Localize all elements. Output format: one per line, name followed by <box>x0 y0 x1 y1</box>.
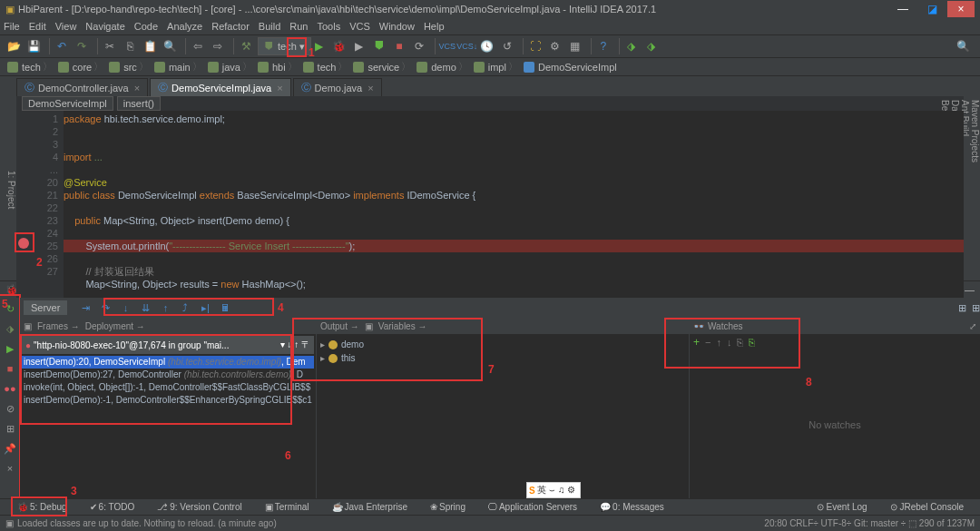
debug-side-controls[interactable]: ↻ ⬗ ▶ ■ ●● ⊘ ⊞ 📌 × <box>0 298 20 498</box>
left-tool-strip[interactable]: 1: Project7: Structure <box>0 96 16 280</box>
vcs-update-icon[interactable]: VCS↓ <box>459 38 475 54</box>
breadcrumb-class[interactable]: DemoServiceImpl <box>22 96 113 111</box>
tool-1: Project[interactable]: 1: Project <box>6 171 16 209</box>
editor-breadcrumb[interactable]: DemoServiceImpl insert() <box>16 96 964 111</box>
update-icon[interactable]: ⟳ <box>411 38 427 54</box>
crumb-class[interactable]: DemoServiceImpl <box>522 62 617 73</box>
watches-hide-icon[interactable]: ⤢ <box>969 321 976 331</box>
settings-icon[interactable]: ⊞ <box>972 302 980 314</box>
menu-code[interactable]: Code <box>134 21 158 32</box>
bottom-tab-Terminal[interactable]: ▣ Terminal <box>253 502 309 512</box>
sdk-icon[interactable]: ▦ <box>567 38 583 54</box>
annotation-8: 8 <box>806 376 812 388</box>
menu-view[interactable]: View <box>55 21 77 32</box>
crumb-main[interactable]: main〉 <box>152 60 204 74</box>
maximize-button[interactable]: ◪ <box>918 1 946 17</box>
paste-icon[interactable]: 📋 <box>142 38 158 54</box>
crumb-service[interactable]: service〉 <box>351 60 413 74</box>
tool-Maven Projects[interactable]: Maven Projects <box>970 100 980 253</box>
jrebel2-icon[interactable]: ⬗ <box>643 38 660 54</box>
back-icon[interactable]: ⇦ <box>190 38 206 54</box>
menu-file[interactable]: File <box>4 21 20 32</box>
menu-navigate[interactable]: Navigate <box>85 21 124 32</box>
vcs-history-icon[interactable]: 🕓 <box>479 38 495 54</box>
copy-icon[interactable]: ⎘ <box>122 38 138 54</box>
menu-run[interactable]: Run <box>289 21 308 32</box>
restore-layout-icon[interactable]: ⊞ <box>958 302 966 314</box>
redo-icon[interactable]: ↷ <box>74 38 90 54</box>
menu-edit[interactable]: Edit <box>29 21 46 32</box>
build-icon[interactable]: ⚒ <box>238 38 254 54</box>
status-right: 20:80 CRLF÷ UTF-8÷ Git: master ÷ ⬚ 290 o… <box>764 518 975 528</box>
vcs-icon[interactable]: VCS <box>439 38 456 54</box>
structure-icon[interactable]: ⛶ <box>527 38 544 54</box>
crumb-hbi[interactable]: hbi〉 <box>256 60 299 74</box>
bottom-tab-0: Messages[interactable]: 💬 0: Messages <box>588 502 664 512</box>
bottom-tab-Java Enterprise[interactable]: ☕ Java Enterprise <box>320 502 407 512</box>
stop-icon[interactable]: ■ <box>391 38 407 54</box>
editor-tabs[interactable]: ⒸDemoController.java ×ⒸDemoServiceImpl.j… <box>0 76 980 96</box>
find-icon[interactable]: 🔍 <box>162 38 178 54</box>
cut-icon[interactable]: ✂ <box>102 38 118 54</box>
ime-toolbar[interactable]: S 英 ⌣ ♫ ⚙ <box>526 482 581 498</box>
bottom-tab-6: TODO[interactable]: ✔ 6: TODO <box>78 502 135 512</box>
save-icon[interactable]: 💾 <box>25 38 42 54</box>
bottom-tab-Application Servers[interactable]: 🖵 Application Servers <box>476 502 577 512</box>
tab-DemoController.java[interactable]: ⒸDemoController.java × <box>16 78 148 96</box>
vcs-revert-icon[interactable]: ↺ <box>499 38 515 54</box>
bottom-tab-9: Version Control[interactable]: ⎇ 9: Version Control <box>145 502 242 512</box>
menu-bar[interactable]: FileEditViewNavigateCodeAnalyzeRefactorB… <box>0 18 980 34</box>
menu-window[interactable]: Window <box>379 21 415 32</box>
help-icon[interactable]: ? <box>595 38 612 54</box>
crumb-core[interactable]: core〉 <box>56 60 105 74</box>
breadcrumb-method[interactable]: insert() <box>117 96 161 111</box>
crumb-impl[interactable]: impl〉 <box>472 60 520 74</box>
open-icon[interactable]: 📂 <box>5 38 22 54</box>
tab-DemoServiceImpl.java[interactable]: ⒸDemoServiceImpl.java × <box>150 78 290 96</box>
minimize-button[interactable]: — <box>889 1 916 17</box>
menu-refactor[interactable]: Refactor <box>211 21 250 32</box>
bottom-tab-Event Log[interactable]: ⊙ Event Log <box>805 502 867 512</box>
settings-icon[interactable]: ⚙ <box>547 38 564 54</box>
status-message: Loaded classes are up to date. Nothing t… <box>17 518 277 528</box>
bottom-tool-tabs[interactable]: 3 🐞 5: Debug✔ 6: TODO⎇ 9: Version Contro… <box>0 498 980 515</box>
window-title: HbiParent - [D:\repo-hand\repo-tech\tech… <box>18 4 656 15</box>
crumb-tech[interactable]: tech〉 <box>5 60 54 74</box>
debug-tabs[interactable]: Server ⇥ ↷ ↓ ⇊ ↑ ⤴ ▸| 🖩 4 ⊞ ⊞ <box>20 298 980 318</box>
crumb-demo[interactable]: demo〉 <box>415 60 470 74</box>
right-tool-strip[interactable]: Maven ProjectsAnt BuildDatabaseBean Vali… <box>964 96 980 280</box>
main-toolbar[interactable]: 📂 💾 ↶ ↷ ✂ ⎘ 📋 🔍 ⇦ ⇨ ⚒ ⛊ tech ▾ ▶ 🐞 1 ▶ ⛊… <box>0 34 980 58</box>
frames-label[interactable]: Frames → <box>37 321 80 331</box>
window-titlebar: ▣ HbiParent - [D:\repo-hand\repo-tech\te… <box>0 0 980 18</box>
annotation-5: 5 <box>2 298 8 310</box>
menu-tools[interactable]: Tools <box>317 21 340 32</box>
crumb-java[interactable]: java〉 <box>206 60 254 74</box>
bottom-tab-JRebel Console[interactable]: ⊙ JRebel Console <box>878 502 964 512</box>
menu-help[interactable]: Help <box>424 21 445 32</box>
deployment-label[interactable]: Deployment → <box>85 321 145 331</box>
annotation-3: 3 <box>71 485 77 497</box>
search-everywhere-icon[interactable]: 🔍 <box>955 38 971 54</box>
annotation-2: 2 <box>36 256 43 269</box>
show-exec-icon[interactable]: ⇥ <box>78 300 93 315</box>
tab-Demo.java[interactable]: ⒸDemo.java × <box>293 78 382 96</box>
menu-vcs[interactable]: VCS <box>349 21 370 32</box>
debug-icon[interactable]: 🐞 <box>331 38 348 54</box>
attach-icon[interactable]: ⛊ <box>371 38 387 54</box>
server-tab[interactable]: Server <box>24 300 67 315</box>
crumb-src[interactable]: src〉 <box>107 60 151 74</box>
no-watches-label: No watches <box>690 350 980 498</box>
navigation-bar[interactable]: tech〉core〉src〉main〉java〉hbi〉tech〉service… <box>0 58 980 76</box>
crumb-tech[interactable]: tech〉 <box>301 60 350 74</box>
annotation-7: 7 <box>488 363 495 376</box>
undo-icon[interactable]: ↶ <box>54 38 70 54</box>
menu-analyze[interactable]: Analyze <box>167 21 202 32</box>
bottom-tab-Spring[interactable]: ❀ Spring <box>418 502 466 512</box>
menu-build[interactable]: Build <box>259 21 280 32</box>
coverage-icon[interactable]: ▶ <box>351 38 368 54</box>
jrebel-icon[interactable]: ⬗ <box>623 38 640 54</box>
minimize-icon[interactable]: — <box>965 284 975 295</box>
close-button[interactable]: × <box>947 1 975 17</box>
forward-icon[interactable]: ⇨ <box>210 38 226 54</box>
watches-panel: 👓 Watches ⤢ + − ↑ ↓ ⎘ ⎘ <box>690 318 980 498</box>
